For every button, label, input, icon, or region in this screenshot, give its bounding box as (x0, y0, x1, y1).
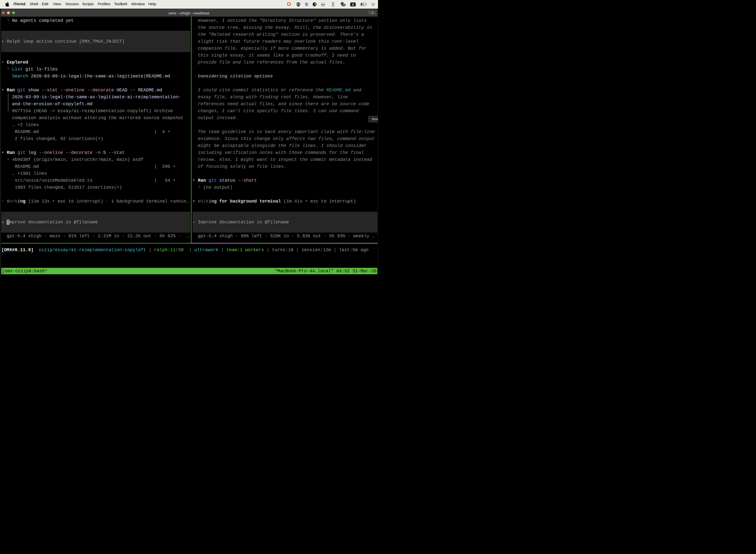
svg-text:A: A (352, 3, 354, 6)
svg-text:1: 1 (374, 11, 376, 14)
svg-text:..61: ..61 (342, 4, 345, 6)
